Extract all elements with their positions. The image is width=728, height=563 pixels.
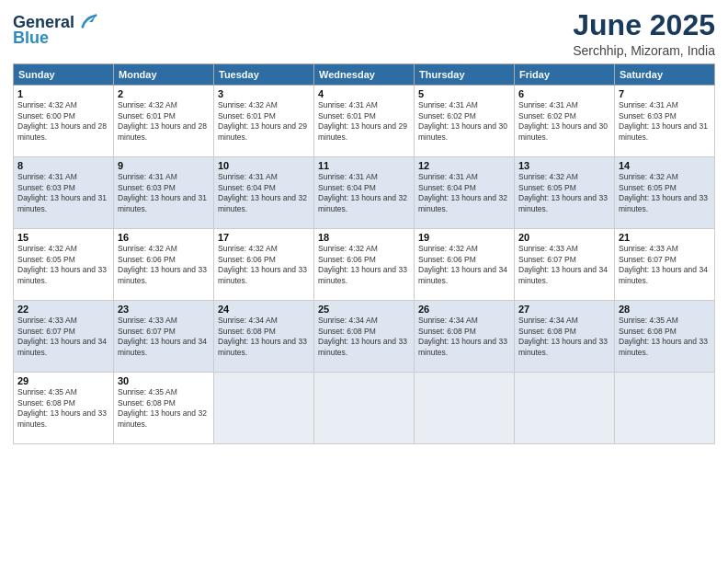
calendar-row: 1Sunrise: 4:32 AM Sunset: 6:00 PM Daylig… <box>14 86 715 157</box>
day-number: 20 <box>518 232 610 243</box>
calendar-cell <box>214 373 314 444</box>
day-number: 30 <box>118 375 210 386</box>
day-number: 9 <box>118 160 210 171</box>
day-info: Sunrise: 4:31 AM Sunset: 6:04 PM Dayligh… <box>318 172 410 214</box>
calendar-cell: 16Sunrise: 4:32 AM Sunset: 6:06 PM Dayli… <box>114 229 214 301</box>
day-number: 29 <box>17 375 109 386</box>
day-info: Sunrise: 4:32 AM Sunset: 6:06 PM Dayligh… <box>318 244 410 286</box>
day-number: 10 <box>218 160 310 171</box>
calendar-table: Sunday Monday Tuesday Wednesday Thursday… <box>13 63 715 444</box>
logo: General Blue <box>13 13 97 48</box>
day-number: 22 <box>17 304 109 315</box>
day-info: Sunrise: 4:34 AM Sunset: 6:08 PM Dayligh… <box>418 316 510 358</box>
calendar-container: General Blue June 2025 Serchhip, Mizoram… <box>0 0 728 454</box>
day-info: Sunrise: 4:34 AM Sunset: 6:08 PM Dayligh… <box>318 316 410 358</box>
day-info: Sunrise: 4:33 AM Sunset: 6:07 PM Dayligh… <box>518 244 610 286</box>
calendar-cell <box>515 373 615 444</box>
day-number: 26 <box>418 304 510 315</box>
calendar-row: 15Sunrise: 4:32 AM Sunset: 6:05 PM Dayli… <box>14 229 715 301</box>
day-info: Sunrise: 4:32 AM Sunset: 6:05 PM Dayligh… <box>619 172 711 214</box>
calendar-cell: 30Sunrise: 4:35 AM Sunset: 6:08 PM Dayli… <box>114 373 214 444</box>
day-info: Sunrise: 4:31 AM Sunset: 6:04 PM Dayligh… <box>418 172 510 214</box>
day-info: Sunrise: 4:31 AM Sunset: 6:03 PM Dayligh… <box>619 100 711 143</box>
calendar-cell: 22Sunrise: 4:33 AM Sunset: 6:07 PM Dayli… <box>14 301 114 373</box>
day-number: 11 <box>318 160 410 171</box>
weekday-header-row: Sunday Monday Tuesday Wednesday Thursday… <box>14 64 715 86</box>
header-tuesday: Tuesday <box>214 64 314 86</box>
calendar-cell: 5Sunrise: 4:31 AM Sunset: 6:02 PM Daylig… <box>415 86 515 157</box>
day-info: Sunrise: 4:33 AM Sunset: 6:07 PM Dayligh… <box>17 316 109 358</box>
day-number: 27 <box>518 304 610 315</box>
header-thursday: Thursday <box>415 64 515 86</box>
calendar-cell: 25Sunrise: 4:34 AM Sunset: 6:08 PM Dayli… <box>314 301 415 373</box>
calendar-cell <box>314 373 415 444</box>
day-number: 4 <box>318 88 410 99</box>
day-info: Sunrise: 4:31 AM Sunset: 6:02 PM Dayligh… <box>518 100 610 143</box>
day-info: Sunrise: 4:32 AM Sunset: 6:05 PM Dayligh… <box>518 172 610 214</box>
logo-icon <box>81 13 97 29</box>
day-number: 15 <box>17 232 109 243</box>
calendar-cell: 15Sunrise: 4:32 AM Sunset: 6:05 PM Dayli… <box>14 229 114 301</box>
day-info: Sunrise: 4:31 AM Sunset: 6:03 PM Dayligh… <box>118 172 210 214</box>
day-number: 12 <box>418 160 510 171</box>
day-info: Sunrise: 4:32 AM Sunset: 6:06 PM Dayligh… <box>118 244 210 286</box>
calendar-row: 8Sunrise: 4:31 AM Sunset: 6:03 PM Daylig… <box>14 157 715 229</box>
day-number: 23 <box>118 304 210 315</box>
day-info: Sunrise: 4:35 AM Sunset: 6:08 PM Dayligh… <box>619 316 711 358</box>
day-info: Sunrise: 4:31 AM Sunset: 6:04 PM Dayligh… <box>218 172 310 214</box>
day-number: 24 <box>218 304 310 315</box>
day-number: 1 <box>17 88 109 99</box>
calendar-cell: 23Sunrise: 4:33 AM Sunset: 6:07 PM Dayli… <box>114 301 214 373</box>
day-info: Sunrise: 4:32 AM Sunset: 6:06 PM Dayligh… <box>418 244 510 286</box>
calendar-cell: 21Sunrise: 4:33 AM Sunset: 6:07 PM Dayli… <box>615 229 715 301</box>
day-number: 21 <box>619 232 711 243</box>
calendar-cell: 28Sunrise: 4:35 AM Sunset: 6:08 PM Dayli… <box>615 301 715 373</box>
day-info: Sunrise: 4:32 AM Sunset: 6:01 PM Dayligh… <box>118 100 210 143</box>
day-info: Sunrise: 4:35 AM Sunset: 6:08 PM Dayligh… <box>118 387 210 430</box>
day-info: Sunrise: 4:35 AM Sunset: 6:08 PM Dayligh… <box>17 387 109 430</box>
day-number: 19 <box>418 232 510 243</box>
calendar-cell: 9Sunrise: 4:31 AM Sunset: 6:03 PM Daylig… <box>114 157 214 229</box>
day-number: 2 <box>118 88 210 99</box>
location-subtitle: Serchhip, Mizoram, India <box>573 43 715 58</box>
day-info: Sunrise: 4:34 AM Sunset: 6:08 PM Dayligh… <box>218 316 310 358</box>
calendar-row: 22Sunrise: 4:33 AM Sunset: 6:07 PM Dayli… <box>14 301 715 373</box>
day-info: Sunrise: 4:31 AM Sunset: 6:02 PM Dayligh… <box>418 100 510 143</box>
calendar-cell: 11Sunrise: 4:31 AM Sunset: 6:04 PM Dayli… <box>314 157 415 229</box>
header-wednesday: Wednesday <box>314 64 415 86</box>
calendar-cell <box>415 373 515 444</box>
calendar-cell: 6Sunrise: 4:31 AM Sunset: 6:02 PM Daylig… <box>515 86 615 157</box>
day-number: 7 <box>619 88 711 99</box>
calendar-cell: 19Sunrise: 4:32 AM Sunset: 6:06 PM Dayli… <box>415 229 515 301</box>
calendar-cell: 13Sunrise: 4:32 AM Sunset: 6:05 PM Dayli… <box>515 157 615 229</box>
day-info: Sunrise: 4:33 AM Sunset: 6:07 PM Dayligh… <box>619 244 711 286</box>
day-number: 13 <box>518 160 610 171</box>
calendar-cell: 7Sunrise: 4:31 AM Sunset: 6:03 PM Daylig… <box>615 86 715 157</box>
month-title: June 2025 <box>573 9 715 41</box>
day-info: Sunrise: 4:33 AM Sunset: 6:07 PM Dayligh… <box>118 316 210 358</box>
day-info: Sunrise: 4:34 AM Sunset: 6:08 PM Dayligh… <box>518 316 610 358</box>
day-number: 14 <box>619 160 711 171</box>
day-number: 5 <box>418 88 510 99</box>
day-info: Sunrise: 4:32 AM Sunset: 6:05 PM Dayligh… <box>17 244 109 286</box>
day-number: 3 <box>218 88 310 99</box>
header-friday: Friday <box>515 64 615 86</box>
title-block: June 2025 Serchhip, Mizoram, India <box>573 9 715 58</box>
day-info: Sunrise: 4:32 AM Sunset: 6:01 PM Dayligh… <box>218 100 310 143</box>
day-number: 17 <box>218 232 310 243</box>
calendar-cell: 3Sunrise: 4:32 AM Sunset: 6:01 PM Daylig… <box>214 86 314 157</box>
day-info: Sunrise: 4:31 AM Sunset: 6:03 PM Dayligh… <box>17 172 109 214</box>
calendar-cell: 4Sunrise: 4:31 AM Sunset: 6:01 PM Daylig… <box>314 86 415 157</box>
calendar-cell: 20Sunrise: 4:33 AM Sunset: 6:07 PM Dayli… <box>515 229 615 301</box>
calendar-cell: 12Sunrise: 4:31 AM Sunset: 6:04 PM Dayli… <box>415 157 515 229</box>
header: General Blue June 2025 Serchhip, Mizoram… <box>13 9 715 58</box>
calendar-cell <box>615 373 715 444</box>
day-info: Sunrise: 4:31 AM Sunset: 6:01 PM Dayligh… <box>318 100 410 143</box>
day-number: 25 <box>318 304 410 315</box>
calendar-cell: 8Sunrise: 4:31 AM Sunset: 6:03 PM Daylig… <box>14 157 114 229</box>
calendar-cell: 2Sunrise: 4:32 AM Sunset: 6:01 PM Daylig… <box>114 86 214 157</box>
calendar-cell: 26Sunrise: 4:34 AM Sunset: 6:08 PM Dayli… <box>415 301 515 373</box>
day-number: 18 <box>318 232 410 243</box>
day-number: 28 <box>619 304 711 315</box>
day-info: Sunrise: 4:32 AM Sunset: 6:00 PM Dayligh… <box>17 100 109 143</box>
